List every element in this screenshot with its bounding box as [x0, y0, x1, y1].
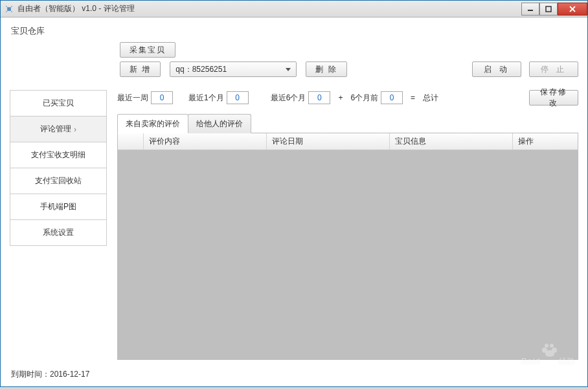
filter-month1-input[interactable] — [227, 91, 249, 104]
th-action[interactable]: 操作 — [513, 133, 578, 150]
start-button[interactable]: 启 动 — [472, 61, 521, 77]
filter-month6-input[interactable] — [308, 91, 330, 104]
th-item-info[interactable]: 宝贝信息 — [390, 133, 513, 150]
expire-date: 2016-12-17 — [50, 370, 89, 379]
minimize-button[interactable] — [521, 3, 539, 16]
tab-label: 来自卖家的评价 — [126, 118, 180, 129]
table-body-empty — [118, 150, 578, 359]
window-title: 自由者（智能版） v1.0 - 评论管理 — [17, 3, 135, 14]
collect-button[interactable]: 采集宝贝 — [120, 42, 175, 58]
sidebar-item-comments[interactable]: 评论管理› — [10, 117, 107, 142]
filter-row: 最近一周 最近1个月 最近6个月 + 6个月前 — [117, 90, 578, 106]
sidebar: 已买宝贝 评论管理› 支付宝收支明细 支付宝回收站 手机端P图 系统设置 — [10, 90, 107, 360]
table: 评价内容 评论日期 宝贝信息 操作 — [117, 133, 578, 360]
sidebar-item-label: 系统设置 — [43, 227, 74, 238]
filter-week-input[interactable] — [151, 91, 173, 104]
tab-others-comments[interactable]: 给他人的评价 — [188, 114, 251, 133]
titlebar: 自由者（智能版） v1.0 - 评论管理 — [1, 1, 587, 17]
sidebar-item-settings[interactable]: 系统设置 — [10, 220, 107, 246]
maximize-button[interactable] — [539, 3, 558, 16]
svg-rect-2 — [546, 6, 551, 12]
total-label: 总计 — [423, 93, 438, 104]
save-changes-button[interactable]: 保存修改 — [529, 90, 578, 106]
filter-week-label: 最近一周 — [117, 93, 148, 104]
sidebar-item-purchased[interactable]: 已买宝贝 — [10, 91, 107, 117]
sidebar-item-mobile-p[interactable]: 手机端P图 — [10, 194, 107, 220]
filter-month6-label: 最近6个月 — [271, 93, 306, 104]
sidebar-item-label: 支付宝回收站 — [35, 175, 82, 186]
stop-button[interactable]: 停 止 — [529, 61, 578, 77]
equals-sign: = — [409, 93, 416, 102]
filter-before6-label: 6个月前 — [350, 93, 378, 104]
th-date[interactable]: 评论日期 — [267, 133, 390, 150]
tab-label: 给他人的评价 — [196, 118, 243, 129]
account-combo[interactable]: qq：85256251 — [170, 61, 297, 77]
chevron-down-icon — [286, 68, 291, 71]
footer: 到期时间：2016-12-17 — [10, 366, 578, 381]
section-title: 宝贝仓库 — [11, 25, 578, 37]
sidebar-item-label: 手机端P图 — [40, 201, 76, 212]
sidebar-item-alipay-recycle[interactable]: 支付宝回收站 — [10, 168, 107, 194]
add-button[interactable]: 新 增 — [120, 61, 161, 77]
close-button[interactable] — [558, 3, 587, 16]
filter-before6-input[interactable] — [381, 91, 403, 104]
th-blank[interactable] — [118, 133, 144, 150]
delete-button[interactable]: 删 除 — [306, 61, 346, 77]
th-content[interactable]: 评价内容 — [144, 133, 267, 150]
table-header: 评价内容 评论日期 宝贝信息 操作 — [118, 133, 578, 150]
tabs: 来自卖家的评价 给他人的评价 — [117, 113, 578, 133]
sidebar-item-label: 支付宝收支明细 — [31, 150, 85, 161]
sidebar-item-label: 评论管理 — [40, 124, 71, 135]
filter-month1-label: 最近1个月 — [188, 93, 224, 104]
sidebar-item-alipay-detail[interactable]: 支付宝收支明细 — [10, 142, 107, 168]
plus-sign: + — [337, 93, 344, 102]
chevron-right-icon: › — [74, 125, 76, 134]
app-icon — [5, 5, 14, 14]
expire-label: 到期时间： — [11, 370, 50, 379]
tab-seller-comments[interactable]: 来自卖家的评价 — [117, 114, 188, 133]
combo-text: qq：85256251 — [175, 64, 227, 75]
sidebar-item-label: 已买宝贝 — [43, 98, 74, 109]
